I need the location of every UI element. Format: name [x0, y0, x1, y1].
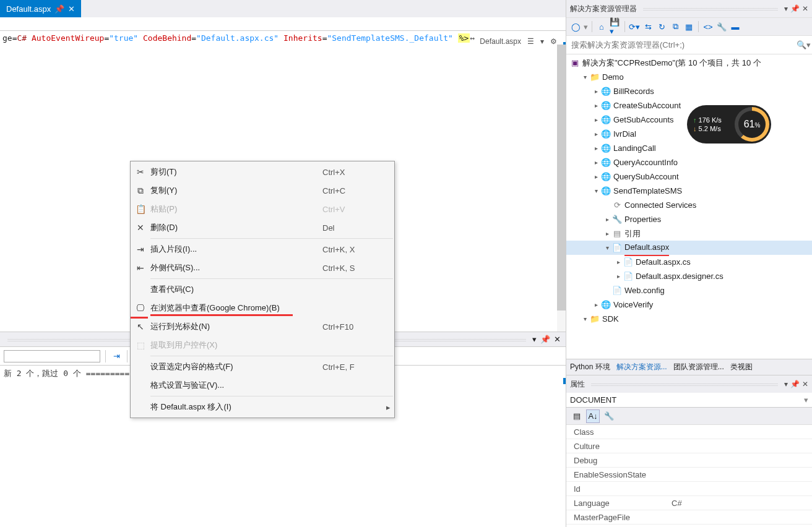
tree-node[interactable]: ▸🌐QueryAccountInfo: [566, 155, 812, 169]
tab-team-explorer[interactable]: 团队资源管理...: [673, 362, 724, 372]
tree-node[interactable]: ▸🌐VoiceVerify: [566, 298, 812, 312]
dropdown-icon[interactable]: ▾: [784, 380, 788, 388]
context-menu-item[interactable]: ⇥插入片段(I)...Ctrl+K, X: [131, 240, 394, 259]
solution-tree[interactable]: ▣ 解决方案"CCPRestDemo"(第 10 个项目，共 10 个 ▾📁De…: [566, 54, 812, 359]
search-input[interactable]: [566, 40, 795, 49]
output-source-select[interactable]: [4, 350, 100, 362]
tab-solution-explorer[interactable]: 解决方案资源...: [616, 362, 667, 372]
show-all-icon[interactable]: ▦: [683, 21, 694, 32]
collapse-icon[interactable]: ⇆: [642, 21, 654, 32]
tree-node[interactable]: ▾📁SDK: [566, 312, 812, 326]
close-icon[interactable]: ✕: [68, 4, 75, 14]
close-icon[interactable]: ✕: [802, 380, 808, 388]
properties-header: 属性 ▾ 📌 ✕: [566, 375, 812, 393]
context-menu-item[interactable]: ✂剪切(T)Ctrl+X: [131, 163, 394, 181]
properties-grid[interactable]: ClassCultureDebugEnableSessionStateIdLan…: [566, 425, 812, 527]
code-icon[interactable]: <>: [702, 21, 714, 32]
context-menu-item[interactable]: ↖运行到光标处(N)Ctrl+F10: [131, 317, 394, 336]
properties-object[interactable]: DOCUMENT: [570, 395, 804, 405]
gauge-percent: 61%: [744, 119, 761, 130]
context-menu-item: ⬚提取到用户控件(X): [131, 336, 394, 354]
home-icon[interactable]: ⌂: [596, 21, 607, 32]
tree-node[interactable]: ▾📄Default.aspx: [566, 241, 812, 255]
dropdown-icon[interactable]: ▾: [532, 335, 537, 344]
code-line-1: ge=C# AutoEventWireup="true" CodeBehind=…: [0, 31, 566, 43]
tree-node[interactable]: ▸🌐CreateSubAccount: [566, 98, 812, 113]
solution-explorer-header: 解决方案资源管理器 ▾ 📌 ✕: [566, 0, 812, 17]
document-tab-active[interactable]: Default.aspx 📌 ✕: [0, 0, 81, 17]
wrench-icon[interactable]: 🔧: [716, 21, 727, 32]
context-menu-item[interactable]: 将 Default.aspx 移入(I)▸: [131, 398, 394, 416]
solution-root[interactable]: ▣ 解决方案"CCPRestDemo"(第 10 个项目，共 10 个: [566, 56, 812, 70]
context-menu: ✂剪切(T)Ctrl+X⧉复制(Y)Ctrl+C📋粘贴(P)Ctrl+V✕删除(…: [130, 161, 395, 418]
download-speed: 5.2 M/s: [693, 125, 722, 132]
property-row[interactable]: LanguageC#: [566, 496, 812, 510]
tree-node[interactable]: ▸📄Default.aspx.designer.cs: [566, 269, 812, 283]
code-marker: %>: [458, 33, 470, 43]
wrench-icon[interactable]: 🔧: [602, 409, 616, 423]
property-row[interactable]: Culture: [566, 439, 812, 453]
tab-python[interactable]: Python 环境: [570, 362, 610, 372]
close-icon[interactable]: ✕: [802, 4, 808, 13]
tree-node[interactable]: ▸▤引用: [566, 226, 812, 241]
tree-node[interactable]: ⟳Connected Services: [566, 198, 812, 212]
context-menu-item: 📋粘贴(P)Ctrl+V: [131, 200, 394, 218]
pin-icon[interactable]: 📌: [790, 4, 800, 13]
right-panel: 解决方案资源管理器 ▾ 📌 ✕ ◯ ▾ ⌂ 💾▾ ⟳▾ ⇆ ↻ ⧉ ▦ <> 🔧…: [566, 0, 812, 527]
property-row[interactable]: Debug: [566, 453, 812, 468]
context-menu-item[interactable]: 设置选定内容的格式(F)Ctrl+E, F: [131, 358, 394, 376]
dropdown-icon[interactable]: ▾: [804, 395, 812, 405]
sync-icon[interactable]: ⟳▾: [629, 21, 640, 32]
copy-icon[interactable]: ⧉: [670, 21, 681, 32]
context-menu-item[interactable]: ✕删除(D)Del: [131, 218, 394, 237]
categorized-icon[interactable]: ▤: [570, 409, 584, 423]
tree-node[interactable]: ▾📁Demo: [566, 70, 812, 84]
toggle-icon[interactable]: ▬: [730, 21, 741, 32]
tree-node[interactable]: ▸🌐LandingCall: [566, 141, 812, 155]
upload-speed: 176 K/s: [693, 116, 722, 124]
property-row[interactable]: Class: [566, 425, 812, 439]
tree-node[interactable]: ▸🌐QuerySubAccount: [566, 169, 812, 184]
properties-toolbar: ▤ A↓ 🔧: [566, 408, 812, 425]
tab-class-view[interactable]: 类视图: [730, 362, 753, 372]
pin-icon[interactable]: 📌: [790, 380, 800, 388]
save-icon[interactable]: 💾▾: [610, 21, 621, 32]
properties-title: 属性: [570, 379, 585, 390]
editor-breadcrumb-bar: Default.aspx ☰ ▾ ⚙: [0, 17, 566, 31]
network-gauge-widget: 176 K/s 5.2 M/s 61%: [687, 105, 771, 144]
indent-icon[interactable]: ⇥: [111, 351, 122, 362]
property-row[interactable]: EnableSessionState: [566, 468, 812, 482]
pin-icon[interactable]: 📌: [54, 4, 64, 14]
property-row[interactable]: MasterPageFile: [566, 510, 812, 525]
back-icon[interactable]: ◯: [570, 21, 581, 32]
context-menu-item[interactable]: ⧉复制(Y)Ctrl+C: [131, 181, 394, 200]
document-tab-title: Default.aspx: [6, 4, 51, 14]
properties-panel: 属性 ▾ 📌 ✕ DOCUMENT ▾ ▤ A↓ 🔧 ClassCultureD…: [566, 375, 812, 527]
tree-node[interactable]: ▸🔧Properties: [566, 212, 812, 226]
solution-explorer-title: 解决方案资源管理器: [570, 4, 637, 14]
tree-node[interactable]: 📄Web.config: [566, 283, 812, 298]
alphabetical-icon[interactable]: A↓: [586, 409, 600, 423]
solution-explorer-search: 🔍▾: [566, 36, 812, 54]
tree-node[interactable]: ▾🌐SendTemplateSMS: [566, 184, 812, 198]
panel-tabs: Python 环境 解决方案资源... 团队资源管理... 类视图: [566, 359, 812, 375]
refresh-icon[interactable]: ↻: [656, 21, 667, 32]
property-row[interactable]: Id: [566, 482, 812, 496]
context-menu-item[interactable]: 🖵在浏览器中查看(Google Chrome)(B): [131, 299, 394, 317]
close-icon[interactable]: ✕: [554, 335, 561, 344]
tree-node[interactable]: ▸📄Default.aspx.cs: [566, 255, 812, 269]
context-menu-item[interactable]: 查看代码(C): [131, 280, 394, 299]
tree-node[interactable]: ▸🌐BillRecords: [566, 84, 812, 98]
context-menu-item[interactable]: 格式设置与验证(V)...: [131, 376, 394, 395]
search-icon[interactable]: 🔍▾: [795, 40, 812, 49]
context-menu-item[interactable]: ⇤外侧代码(S)...Ctrl+K, S: [131, 259, 394, 277]
solution-explorer-toolbar: ◯ ▾ ⌂ 💾▾ ⟳▾ ⇆ ↻ ⧉ ▦ <> 🔧 ▬: [566, 17, 812, 36]
pin-icon[interactable]: 📌: [540, 335, 550, 344]
dropdown-icon[interactable]: ▾: [784, 4, 788, 13]
